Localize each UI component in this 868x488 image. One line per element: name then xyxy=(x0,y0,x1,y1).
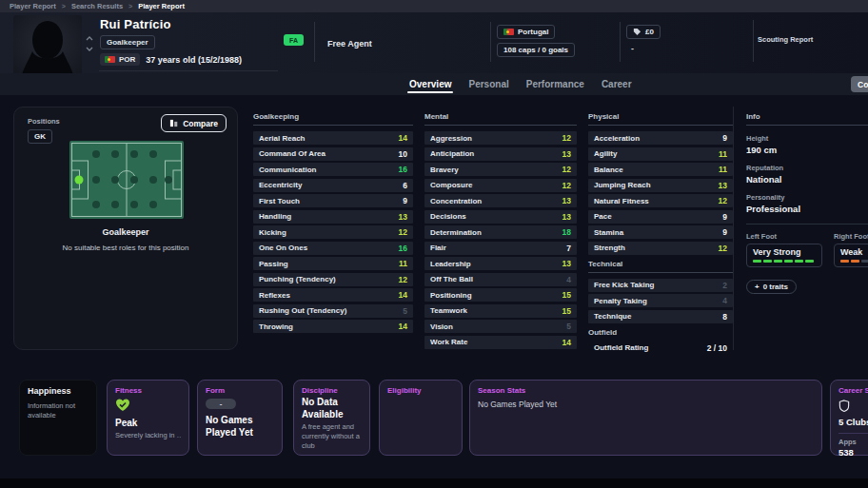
discipline-panel[interactable]: Discipline No Data Available A free agen… xyxy=(293,380,370,456)
tab-overview[interactable]: Overview xyxy=(409,79,451,95)
attribute-label: Positioning xyxy=(430,291,472,300)
attribute-group-title: Mental xyxy=(424,112,577,126)
portugal-flag-icon xyxy=(105,56,115,63)
position-gk-badge: GK xyxy=(28,129,52,144)
attribute-group-title: Goalkeeping xyxy=(253,112,413,126)
breadcrumb-item[interactable]: Player Report xyxy=(10,2,56,10)
attribute-value: 15 xyxy=(562,306,571,316)
breadcrumb-item[interactable]: Search Results xyxy=(71,2,123,10)
season-stats-panel[interactable]: Season Stats No Games Played Yet xyxy=(469,380,822,456)
attribute-value: 8 xyxy=(722,312,727,322)
fitness-panel[interactable]: Fitness Peak Severely lacking in … xyxy=(107,380,189,456)
plus-icon: + xyxy=(755,283,760,291)
heart-check-icon xyxy=(115,399,181,416)
breadcrumb-separator-icon: > xyxy=(62,3,66,10)
attribute-label: Pace xyxy=(594,212,612,221)
career-stats-panel[interactable]: Career Stats 5 Clubs Apps 538 xyxy=(830,380,868,456)
attribute-row: Rushing Out (Tendency)5 xyxy=(253,304,413,318)
attribute-label: Leadership xyxy=(430,260,471,268)
happiness-title: Happiness xyxy=(28,386,89,396)
position-label: Goalkeeper xyxy=(14,227,237,237)
traits-button[interactable]: + 0 traits xyxy=(746,280,797,294)
attribute-row: Aerial Reach14 xyxy=(253,131,413,145)
info-field-label: Reputation xyxy=(746,164,868,172)
chevron-down-icon[interactable] xyxy=(86,47,93,51)
compare-corner-button[interactable]: Co xyxy=(851,76,868,92)
attribute-row: Agility11 xyxy=(588,147,733,161)
foot-strength: Left FootVery StrongRight FootWeak xyxy=(746,232,868,267)
tab-personal[interactable]: Personal xyxy=(468,79,508,95)
attribute-label: Determination xyxy=(430,228,482,237)
breadcrumb-item[interactable]: Player Report xyxy=(138,2,185,10)
wage-value: - xyxy=(626,44,634,53)
divider xyxy=(99,70,278,71)
attribute-label: Strength xyxy=(594,244,625,252)
attribute-label: Acceleration xyxy=(594,134,640,143)
attribute-label: Bravery xyxy=(430,166,459,174)
attribute-value: 16 xyxy=(399,244,407,253)
eligibility-panel[interactable]: Eligibility xyxy=(379,380,463,456)
best-roles-note: No suitable best roles for this position xyxy=(14,244,237,252)
career-stats-title: Career Stats xyxy=(838,386,868,395)
attribute-row: Vision5 xyxy=(424,320,577,333)
attribute-row: One On Ones16 xyxy=(253,242,413,255)
attribute-value: 13 xyxy=(562,196,571,205)
attribute-value: 13 xyxy=(399,212,407,222)
nationality-badge: POR xyxy=(100,53,140,66)
attribute-label: Free Kick Taking xyxy=(594,281,654,289)
chevron-up-icon[interactable] xyxy=(86,36,93,41)
info-field-value: National xyxy=(746,174,868,185)
transfer-value-pill: £0 xyxy=(626,25,661,39)
attribute-label: Punching (Tendency) xyxy=(259,275,336,283)
attribute-value: 14 xyxy=(399,290,407,300)
attribute-row: Pace9 xyxy=(588,210,733,224)
attribute-group-title: Outfield xyxy=(588,328,733,339)
attribute-label: Stamina xyxy=(594,228,623,237)
happiness-panel[interactable]: Happiness Information not available xyxy=(19,380,97,456)
attribute-label: Kicking xyxy=(259,228,286,237)
season-stats-title: Season Stats xyxy=(478,386,814,395)
attribute-label: Handling xyxy=(259,212,291,221)
attribute-row: Flair7 xyxy=(424,242,577,255)
attribute-value: 9 xyxy=(722,212,727,222)
divider xyxy=(733,107,734,350)
attribute-label: Rushing Out (Tendency) xyxy=(259,306,346,315)
attribute-value: 16 xyxy=(399,165,407,174)
attribute-value: 4 xyxy=(566,275,571,284)
info-fields: Height190 cmReputationNationalPersonalit… xyxy=(746,134,868,214)
tab-career[interactable]: Career xyxy=(602,79,632,95)
attribute-row: Punching (Tendency)12 xyxy=(253,273,413,286)
attribute-value: 12 xyxy=(399,275,407,284)
player-header: Rui Patrício Goalkeeper POR 37 years old… xyxy=(0,12,868,95)
pitch-graphic xyxy=(69,141,184,219)
tab-performance[interactable]: Performance xyxy=(526,79,584,95)
attribute-label: Concentration xyxy=(430,197,482,205)
attribute-value: 13 xyxy=(719,181,727,190)
attribute-label: Teamwork xyxy=(430,306,467,315)
discipline-headline: No Data Available xyxy=(302,397,362,420)
info-title: Info xyxy=(746,112,868,126)
tag-icon xyxy=(633,28,641,36)
eligibility-title: Eligibility xyxy=(387,386,454,395)
attribute-value: 2 / 10 xyxy=(707,343,727,353)
season-stats-text: No Games Played Yet xyxy=(478,400,814,410)
attribute-value: 12 xyxy=(562,181,571,190)
info-field-value: 190 cm xyxy=(746,145,868,155)
portugal-flag-icon xyxy=(503,29,514,35)
nation-pill: Portugal xyxy=(497,25,555,39)
foot-meter: Right FootWeak xyxy=(834,232,868,267)
attribute-value: 13 xyxy=(562,149,571,159)
attribute-value: 12 xyxy=(562,165,571,174)
attribute-label: Natural Fitness xyxy=(594,197,649,205)
attribute-label: Passing xyxy=(259,260,288,268)
form-panel[interactable]: Form - No Games Played Yet xyxy=(197,380,283,456)
attribute-row: Outfield Rating2 / 10 xyxy=(588,342,733,355)
attribute-row: Penalty Taking4 xyxy=(588,294,733,307)
attribute-row: Jumping Reach13 xyxy=(588,179,733,192)
attribute-label: Communication xyxy=(259,166,316,174)
contract-status: Free Agent xyxy=(327,39,372,49)
attribute-row: Balance11 xyxy=(588,163,733,176)
player-report-screen: Player Report>Search Results>Player Repo… xyxy=(0,0,868,488)
compare-button[interactable]: Compare xyxy=(161,114,227,132)
attribute-row: Composure12 xyxy=(424,179,577,192)
